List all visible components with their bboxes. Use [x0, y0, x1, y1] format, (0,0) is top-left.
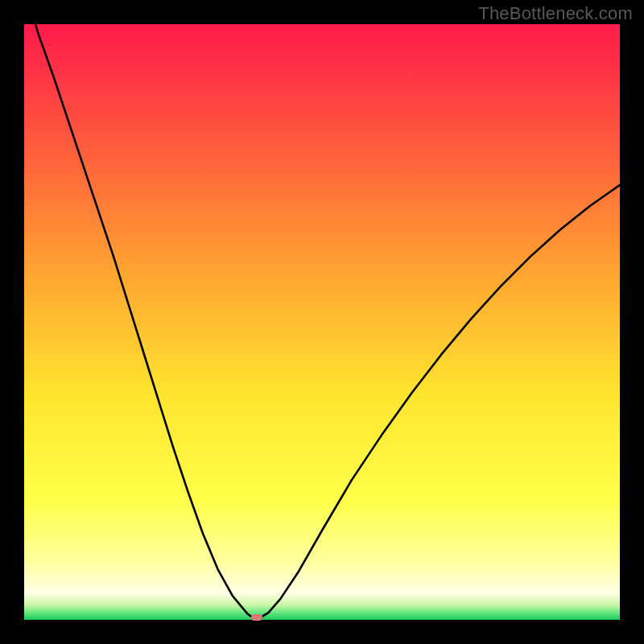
- plot-area: [24, 24, 620, 620]
- bottleneck-curve: [24, 24, 620, 620]
- chart-frame: TheBottleneck.com: [0, 0, 644, 644]
- watermark-text: TheBottleneck.com: [478, 3, 633, 24]
- optimal-point-marker: [251, 614, 262, 621]
